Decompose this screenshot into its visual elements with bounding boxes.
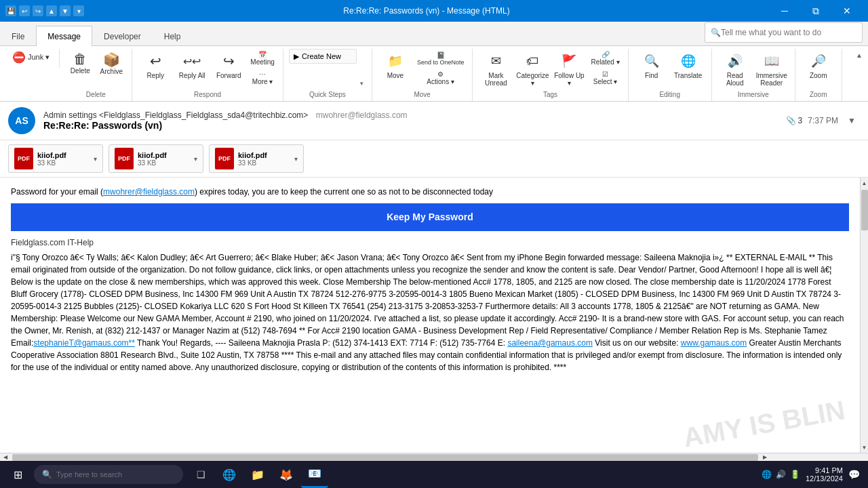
- horizontal-scrollbar[interactable]: ◀ ▶: [0, 453, 868, 461]
- move-icon: 📁: [386, 52, 405, 70]
- message-header-info: Admin settings <Fieldglass_Fieldglass_Fi…: [43, 110, 778, 131]
- taskbar-app-outlook[interactable]: 📧: [301, 461, 328, 488]
- attachment-count-number: 3: [798, 116, 803, 125]
- taskbar: ⊞ 🔍 ❑ 🌐 📁 🦊 📧 🌐 🔊 🔋 9:41 PM 12/13/2024 💬: [0, 461, 868, 488]
- link3[interactable]: www.gamaus.com: [681, 338, 747, 348]
- window-title: Re:Re:Re: Passwords (vn) - Message (HTML…: [84, 6, 769, 16]
- tab-help[interactable]: Help: [153, 26, 193, 46]
- ribbon-group-junk: ⛔ Junk ▾: [3, 49, 60, 68]
- expand-header-button[interactable]: ▼: [844, 113, 860, 129]
- more-label: More ▾: [252, 78, 273, 85]
- find-button[interactable]: 🔍 Find: [634, 49, 669, 89]
- message-subject: Re:Re:Re: Passwords (vn): [43, 120, 778, 131]
- find-icon: 🔍: [642, 52, 661, 70]
- ribbon-group-respond: ↩ Reply ↩↩ Reply All ↪ Forward 📅: [132, 49, 283, 101]
- collapse-ribbon-button[interactable]: ▲: [853, 50, 865, 60]
- create-new-step[interactable]: ▶ Create New: [289, 49, 357, 64]
- archive-button[interactable]: 📦 Archive: [96, 49, 126, 89]
- find-label: Find: [645, 72, 658, 79]
- reply-all-button[interactable]: ↩↩ Reply All: [174, 49, 210, 89]
- vertical-scrollbar[interactable]: ▲ ▼: [860, 178, 868, 453]
- select-button[interactable]: ☑ Select ▾: [588, 68, 622, 87]
- immersive-reader-button[interactable]: 📖 Immersive Reader: [754, 49, 789, 89]
- pdf-icon-3: PDF: [215, 148, 234, 169]
- archive-icon: 📦: [103, 52, 120, 68]
- zoom-button[interactable]: 🔎 Zoom: [801, 49, 836, 89]
- restore-button[interactable]: ⧉: [800, 0, 831, 22]
- reply-icon: ↩: [146, 52, 165, 70]
- keep-password-banner[interactable]: Keep My Password: [11, 203, 849, 231]
- attachment-1-dropdown[interactable]: ▾: [94, 155, 97, 163]
- translate-button[interactable]: 🌐 Translate: [671, 49, 706, 89]
- taskbar-system-icons: 🌐 🔊 🔋: [762, 470, 800, 479]
- categorize-button[interactable]: 🏷 Categorize ▾: [515, 49, 550, 89]
- save-icon[interactable]: 💾: [5, 5, 16, 16]
- email-link[interactable]: mwohrer@fieldglass.com: [103, 187, 195, 197]
- message-body-container[interactable]: Password for your email (mwohrer@fieldgl…: [0, 178, 860, 453]
- scroll-thumb-horizontal[interactable]: [12, 454, 758, 461]
- follow-up-button[interactable]: 🚩 Follow Up ▾: [551, 49, 587, 89]
- attachment-2-dropdown[interactable]: ▾: [194, 155, 197, 163]
- more-button[interactable]: ⋯ More ▾: [248, 68, 277, 87]
- taskbar-search[interactable]: 🔍: [34, 465, 183, 484]
- customize-icon[interactable]: ▾: [73, 5, 84, 16]
- content3: Visit us on our website:: [593, 338, 681, 348]
- follow-up-label: Follow Up ▾: [553, 72, 585, 87]
- up-icon[interactable]: ▲: [46, 5, 57, 16]
- archive-label: Archive: [100, 68, 123, 75]
- junk-button[interactable]: ⛔ Junk ▾: [8, 49, 54, 65]
- link1[interactable]: stephanieT@gamaus.com**: [33, 338, 135, 348]
- mark-unread-button[interactable]: ✉ Mark Unread: [478, 49, 513, 89]
- send-onenote-button[interactable]: 📓 Send to OneNote: [414, 49, 467, 68]
- ribbon-group-tags: ✉ Mark Unread 🏷 Categorize ▾ 🚩 Follow Up…: [473, 49, 628, 101]
- forward-button[interactable]: ↪ Forward: [211, 49, 246, 89]
- read-aloud-label: Read Aloud: [719, 72, 751, 87]
- scroll-right-arrow[interactable]: ▶: [760, 453, 770, 462]
- reply-button[interactable]: ↩ Reply: [138, 49, 173, 89]
- ribbon-group-quicksteps: ▶ Create New ▾ Quick Steps: [283, 49, 372, 101]
- minimize-button[interactable]: ─: [769, 0, 800, 22]
- start-button[interactable]: ⊞: [3, 461, 33, 488]
- actions-icon: ⚙: [437, 70, 443, 78]
- ribbon-group-move: 📁 Move 📓 Send to OneNote ⚙ Actions ▾: [372, 49, 473, 101]
- read-aloud-button[interactable]: 🔊 Read Aloud: [717, 49, 753, 89]
- select-icon: ☑: [602, 70, 608, 78]
- scroll-left-arrow[interactable]: ◀: [0, 453, 11, 462]
- attachment-2[interactable]: PDF kiiof.pdf 33 KB ▾: [108, 144, 203, 173]
- junk-label: Junk ▾: [28, 53, 50, 62]
- attachment-3[interactable]: PDF kiiof.pdf 33 KB ▾: [209, 144, 304, 173]
- scroll-up-arrow[interactable]: ▲: [861, 178, 869, 188]
- fieldglass-label: Fieldglass.com IT-Help: [11, 237, 849, 249]
- down-icon[interactable]: ▼: [60, 5, 71, 16]
- search-input[interactable]: [721, 28, 856, 37]
- actions-button[interactable]: ⚙ Actions ▾: [414, 68, 467, 87]
- tab-file[interactable]: File: [0, 26, 36, 46]
- meeting-label: Meeting: [250, 58, 275, 66]
- search-bar[interactable]: 🔍: [705, 22, 863, 43]
- taskbar-app-edge[interactable]: 🌐: [216, 461, 243, 488]
- immersive-group-label: Immersive: [738, 91, 769, 98]
- move-button[interactable]: 📁 Move: [378, 49, 413, 89]
- close-button[interactable]: ✕: [831, 0, 863, 22]
- taskbar-app-task-view[interactable]: ❑: [187, 461, 214, 488]
- link2[interactable]: saileena@gamaus.com: [507, 338, 593, 348]
- meeting-button[interactable]: 📅 Meeting: [248, 49, 277, 68]
- redo-icon[interactable]: ↪: [33, 5, 43, 16]
- taskbar-app-firefox[interactable]: 🦊: [273, 461, 300, 488]
- scroll-thumb-vertical[interactable]: [861, 190, 868, 230]
- sound-icon: 🔊: [776, 470, 786, 479]
- scroll-down-arrow[interactable]: ▼: [861, 442, 869, 453]
- attachment-3-dropdown[interactable]: ▾: [294, 155, 298, 163]
- taskbar-app-file-explorer[interactable]: 📁: [244, 461, 271, 488]
- delete-button[interactable]: 🗑 Delete: [65, 49, 95, 89]
- tab-message[interactable]: Message: [36, 26, 92, 46]
- quicksteps-expand[interactable]: ▾: [358, 49, 366, 89]
- undo-icon[interactable]: ↩: [19, 5, 30, 16]
- attachment-1[interactable]: PDF kiiof.pdf 33 KB ▾: [8, 144, 103, 173]
- related-button[interactable]: 🔗 Related ▾: [588, 49, 622, 68]
- taskbar-search-input[interactable]: [56, 470, 165, 479]
- mark-unread-label: Mark Unread: [479, 72, 512, 87]
- notification-icon[interactable]: 💬: [848, 469, 860, 480]
- tab-developer[interactable]: Developer: [92, 26, 153, 46]
- ribbon-group-delete: 🗑 Delete 📦 Archive Delete: [60, 49, 132, 101]
